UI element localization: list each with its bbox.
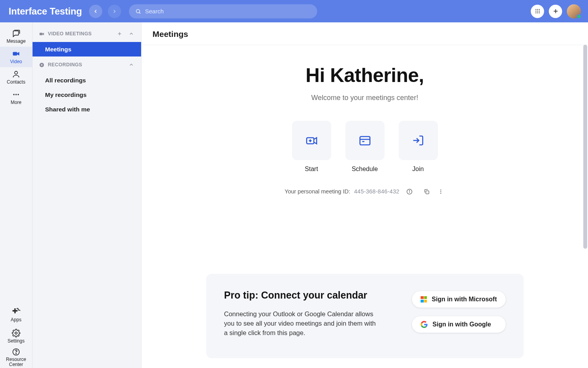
chevron-right-icon	[112, 9, 117, 14]
panel-group-header-recordings: RECORDINGS	[33, 56, 141, 73]
new-button[interactable]	[549, 5, 562, 18]
greeting-text: Hi Katherine,	[306, 64, 424, 87]
scrollbar-thumb[interactable]	[583, 45, 587, 249]
pmi-copy-button[interactable]	[423, 188, 431, 195]
nav-forward-button[interactable]	[108, 5, 121, 18]
protip-title: Pro tip: Connect your calendar	[224, 290, 397, 301]
video-icon	[39, 31, 45, 37]
svg-rect-28	[360, 137, 370, 145]
dialpad-button[interactable]	[531, 5, 544, 18]
sign-in-google-button[interactable]: Sign in with Google	[412, 316, 505, 333]
scrollbar[interactable]	[583, 45, 587, 368]
info-icon	[406, 188, 413, 195]
panel-item-label: Shared with me	[45, 106, 90, 113]
protip-text: Pro tip: Connect your calendar Connectin…	[224, 290, 397, 338]
panel-item-shared-with-me[interactable]: Shared with me	[33, 102, 141, 117]
panel-item-label: Meetings	[45, 46, 71, 53]
apps-icon	[12, 308, 20, 316]
pmi-info-button[interactable]	[406, 188, 414, 195]
microsoft-logo-icon	[421, 296, 427, 302]
signin-label: Sign in with Microsoft	[432, 296, 497, 303]
presence-online-icon	[577, 14, 581, 19]
svg-point-3	[537, 9, 538, 10]
svg-rect-21	[40, 33, 43, 35]
svg-point-14	[15, 71, 17, 74]
rail-item-resource-center[interactable]: ResourceCenter	[6, 347, 26, 368]
rail-item-message[interactable]: Message	[0, 26, 32, 47]
svg-point-5	[535, 11, 536, 11]
join-meeting-button[interactable]	[399, 121, 438, 160]
svg-point-38	[441, 193, 441, 193]
pmi-value: 445-368-846-432	[354, 188, 399, 195]
rail-item-label: Settings	[7, 338, 24, 344]
collapse-video-meetings-button[interactable]	[127, 29, 136, 38]
video-add-icon	[305, 134, 318, 147]
rail-item-label: Message	[7, 38, 26, 44]
join-icon	[412, 134, 425, 147]
copy-icon	[423, 188, 430, 195]
plus-icon	[117, 31, 122, 36]
panel-item-meetings[interactable]: Meetings	[33, 42, 141, 56]
panel-item-label: My recordings	[45, 91, 87, 98]
sign-in-microsoft-button[interactable]: Sign in with Microsoft	[412, 291, 505, 308]
topbar-right	[531, 4, 581, 18]
chevron-left-icon	[93, 9, 98, 14]
message-icon	[12, 29, 20, 38]
avatar[interactable]	[567, 4, 581, 18]
rail-item-label: Contacts	[7, 79, 25, 85]
app-title: Interface Testing	[9, 6, 82, 17]
action-schedule: Schedule	[345, 121, 385, 173]
search-field[interactable]	[129, 4, 317, 18]
page-title: Meetings	[152, 29, 577, 39]
meeting-actions: Start Schedule Join	[292, 121, 438, 173]
panel-item-all-recordings[interactable]: All recordings	[33, 73, 141, 87]
svg-point-17	[18, 94, 19, 95]
rail-item-settings[interactable]: Settings	[6, 326, 26, 347]
panel-item-label: All recordings	[45, 77, 86, 84]
protip-card: Pro tip: Connect your calendar Connectin…	[206, 274, 524, 358]
svg-point-6	[537, 11, 538, 11]
panel-group-title: RECORDINGS	[48, 62, 82, 67]
collapse-recordings-button[interactable]	[127, 60, 136, 69]
rail-item-apps[interactable]: Apps	[6, 304, 26, 326]
rail-item-more[interactable]: More	[0, 87, 32, 108]
start-meeting-button[interactable]	[292, 121, 331, 160]
subgreet-text: Welcome to your meetings center!	[311, 94, 418, 102]
schedule-meeting-button[interactable]	[345, 121, 385, 160]
svg-point-36	[441, 189, 441, 190]
chevron-up-icon	[129, 62, 134, 67]
svg-point-37	[441, 191, 441, 192]
svg-line-1	[139, 12, 140, 13]
add-video-meeting-button[interactable]	[115, 29, 124, 38]
left-rail: Message Video Contacts More Apps Setting…	[0, 22, 33, 368]
search-input[interactable]	[145, 8, 311, 15]
rail-item-video[interactable]: Video	[0, 47, 32, 67]
rail-item-label: More	[11, 100, 21, 105]
action-join: Join	[399, 121, 438, 173]
signin-label: Sign in with Google	[432, 321, 491, 328]
protip-buttons: Sign in with Microsoft Sign in with Goog…	[412, 291, 505, 333]
personal-meeting-id-row: Your personal meeting ID: 445-368-846-43…	[285, 188, 445, 195]
panel-group-header-video-meetings: VIDEO MEETINGS	[33, 26, 141, 42]
panel-item-my-recordings[interactable]: My recordings	[33, 87, 141, 102]
svg-point-2	[535, 9, 536, 10]
pmi-more-button[interactable]	[437, 188, 445, 195]
svg-point-4	[539, 9, 539, 10]
chevron-up-icon	[129, 31, 134, 36]
rail-item-contacts[interactable]: Contacts	[0, 67, 32, 87]
svg-rect-13	[13, 52, 17, 55]
svg-point-16	[15, 94, 16, 95]
panel-group-title: VIDEO MEETINGS	[48, 31, 92, 36]
plus-icon	[552, 8, 559, 15]
svg-point-0	[136, 9, 140, 13]
search-icon	[135, 8, 141, 15]
more-vertical-icon	[437, 188, 444, 195]
google-logo-icon	[421, 321, 428, 328]
play-circle-icon	[39, 62, 45, 68]
more-icon	[12, 90, 20, 99]
contacts-icon	[12, 70, 20, 78]
video-icon	[12, 49, 20, 58]
nav-back-button[interactable]	[89, 5, 102, 18]
action-start: Start	[292, 121, 331, 173]
svg-point-7	[539, 11, 539, 11]
